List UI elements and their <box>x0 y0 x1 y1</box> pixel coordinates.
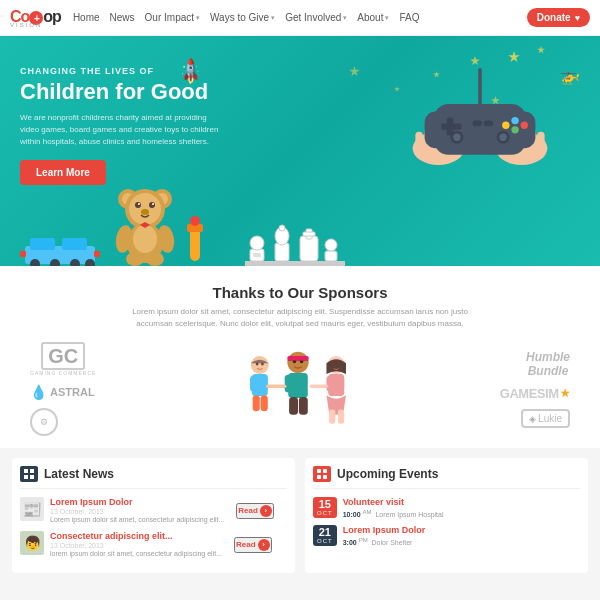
svg-point-46 <box>141 209 149 215</box>
svg-point-51 <box>126 252 144 266</box>
sponsor-lukie: ◈ Lukie <box>521 409 570 428</box>
news-section: Latest News 📰 Lorem Ipsum Dolor 13 Octob… <box>12 458 295 573</box>
svg-rect-64 <box>300 236 318 261</box>
news-item-title: Consectetur adipiscing elit... <box>50 531 222 541</box>
svg-point-76 <box>261 363 264 366</box>
nav-our-impact[interactable]: Our Impact ▾ <box>145 12 200 23</box>
svg-rect-35 <box>94 251 100 257</box>
svg-rect-9 <box>537 132 544 150</box>
nav-about[interactable]: About ▾ <box>357 12 389 23</box>
read-arrow-icon: › <box>260 505 272 517</box>
gc-logo-text: GC <box>41 342 85 370</box>
event-month: OCT <box>317 538 333 544</box>
star-icon: ★ <box>560 387 570 400</box>
news-item-title: Lorem Ipsum Dolor <box>50 497 224 507</box>
nav-ways-to-give[interactable]: Ways to Give ▾ <box>210 12 275 23</box>
event-month: OCT <box>317 510 333 516</box>
event-name: Volunteer visit <box>343 497 580 507</box>
news-thumb-placeholder: 📰 <box>20 497 44 521</box>
news-icon <box>20 466 38 482</box>
sponsors-section: Thanks to Our Sponsors Lorem ipsum dolor… <box>0 266 600 448</box>
chevron-down-icon: ▾ <box>343 14 347 22</box>
svg-rect-74 <box>261 395 268 411</box>
logo[interactable]: Co+op VISION <box>10 8 61 28</box>
sponsors-row: GC GAMING COMMERCE 💧 ASTRAL ⚙ <box>20 342 580 436</box>
read-more-button[interactable]: Read › <box>234 537 272 553</box>
news-thumb-photo: 👦 <box>20 531 44 555</box>
svg-point-92 <box>332 363 335 366</box>
svg-point-43 <box>149 202 155 208</box>
sponsors-description: Lorem ipsum dolor sit amet, consectetur … <box>125 306 475 330</box>
svg-rect-73 <box>253 395 260 411</box>
events-title: Upcoming Events <box>337 467 438 481</box>
svg-rect-61 <box>275 243 289 261</box>
read-more-button[interactable]: Read › <box>236 503 274 519</box>
nav-faq[interactable]: FAQ <box>399 12 419 23</box>
nav-home[interactable]: Home <box>73 12 100 23</box>
nav-news[interactable]: News <box>110 12 135 23</box>
event-date-box: 15 OCT <box>313 497 337 518</box>
astral-icon: 💧 <box>30 384 47 400</box>
sponsor-gc: GC GAMING COMMERCE <box>30 342 96 376</box>
news-item-date: 13 October, 2013 <box>50 508 224 515</box>
sponsor-humble-bundle: HumbleBundle <box>526 350 570 378</box>
news-item-excerpt: lorem ipsum dolor sit amet, consectetur … <box>50 549 222 558</box>
nav-get-involved[interactable]: Get Involved ▾ <box>285 12 347 23</box>
logo-op: op <box>43 8 61 25</box>
svg-rect-60 <box>253 253 261 257</box>
chevron-down-icon: ▾ <box>196 14 200 22</box>
navigation: Co+op VISION Home News Our Impact ▾ Ways… <box>0 0 600 36</box>
donate-label: Donate <box>537 12 571 23</box>
svg-point-18 <box>521 122 528 129</box>
toys-illustration <box>0 181 600 266</box>
svg-point-75 <box>256 363 259 366</box>
hero-cta-button[interactable]: Learn More <box>20 160 106 185</box>
sponsors-title: Thanks to Our Sponsors <box>20 284 580 301</box>
event-date-box: 21 OCT <box>313 525 337 546</box>
svg-point-17 <box>511 117 518 124</box>
news-header: Latest News <box>20 466 287 489</box>
svg-point-68 <box>325 239 337 251</box>
svg-rect-88 <box>327 376 333 392</box>
svg-rect-85 <box>287 356 308 360</box>
sponsor-astral: 💧 ASTRAL <box>30 384 95 400</box>
svg-rect-29 <box>62 238 87 250</box>
event-item: 21 OCT Lorem Ipsum Dolor 3:00 PM Dolor S… <box>313 525 580 546</box>
sponsor-gamesim: GAMESIM ★ <box>500 386 570 401</box>
svg-rect-34 <box>20 251 26 257</box>
donate-button[interactable]: Donate ♥ <box>527 8 590 27</box>
svg-rect-67 <box>325 251 337 261</box>
svg-rect-81 <box>289 397 298 415</box>
svg-point-69 <box>251 356 269 374</box>
hero-description: We are nonprofit childrens charity aimed… <box>20 112 220 148</box>
bottom-section: Latest News 📰 Lorem Ipsum Dolor 13 Octob… <box>0 448 600 583</box>
hero-section: 🚀 🚁 Changing the lives of Children for G… <box>0 36 600 266</box>
event-time: 10:00 AM Lorem Ipsum Hospital <box>343 509 580 518</box>
kids-illustration <box>238 349 358 429</box>
news-item-excerpt: Lorem ipsum dolor sit amet, consectetur … <box>50 515 224 524</box>
svg-rect-91 <box>338 409 344 423</box>
events-icon <box>313 466 331 482</box>
event-name: Lorem Ipsum Dolor <box>343 525 580 535</box>
svg-point-48 <box>133 225 157 253</box>
svg-rect-82 <box>299 397 308 415</box>
hero-subtitle: Changing the lives of <box>20 66 240 76</box>
svg-rect-71 <box>250 376 256 392</box>
svg-rect-79 <box>285 375 293 393</box>
svg-point-93 <box>338 363 341 366</box>
event-time: 3:00 PM Dolor Shelter <box>343 537 580 546</box>
svg-rect-72 <box>262 376 268 392</box>
svg-rect-57 <box>245 261 345 266</box>
svg-point-77 <box>287 352 308 373</box>
read-arrow-icon: › <box>258 539 270 551</box>
svg-point-63 <box>279 225 285 231</box>
svg-rect-89 <box>338 376 344 392</box>
svg-point-56 <box>190 216 200 226</box>
svg-point-26 <box>499 134 506 141</box>
events-section: Upcoming Events 15 OCT Volunteer visit 1… <box>305 458 588 573</box>
sponsor-badge: ⚙ <box>30 408 58 436</box>
svg-point-24 <box>453 134 460 141</box>
lukie-icon: ◈ <box>529 414 536 424</box>
svg-point-44 <box>138 203 140 205</box>
svg-rect-90 <box>329 409 335 423</box>
